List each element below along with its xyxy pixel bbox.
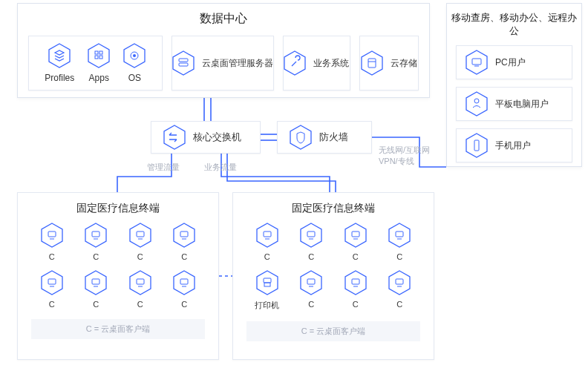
mobile-item-pc: PC用户 [456, 45, 572, 79]
client-icon [300, 223, 322, 248]
svg-marker-52 [301, 223, 321, 247]
terminal-cell-label: C [308, 300, 314, 309]
terminal-cell: C [379, 270, 421, 311]
client-icon [344, 270, 367, 295]
terminal-cell-label: C [181, 300, 187, 309]
terminal-cell: C [246, 223, 288, 261]
terminal-cell: C [379, 223, 421, 261]
wrench-icon [284, 50, 306, 76]
mobile-item-label: PC用户 [495, 56, 526, 69]
platform-item-label: OS [128, 73, 141, 83]
pc-icon [466, 50, 488, 75]
module-label: 云桌面管理服务器 [202, 57, 273, 70]
terminal-cell: 打印机 [246, 270, 288, 311]
tablet-icon [466, 91, 488, 116]
svg-marker-1 [88, 44, 109, 68]
terminal-cell: C [335, 270, 376, 311]
client-icon [173, 270, 195, 295]
platform-item-os: OS [123, 43, 146, 83]
terminal-cell-label: C [93, 300, 99, 309]
wan-note-line: VPN/专线 [379, 156, 430, 167]
client-icon [344, 223, 367, 248]
wan-note: 无线网/互联网 VPN/专线 [379, 145, 430, 167]
svg-marker-40 [85, 271, 106, 295]
terminal-cell-label: C [396, 300, 402, 309]
datacenter-module-platform: Profiles Apps OS [28, 36, 163, 91]
mobile-item-label: 平板电脑用户 [495, 98, 549, 111]
terminal-cell-label: C [396, 252, 402, 261]
terminal-cell: C [120, 223, 161, 261]
client-icon [41, 270, 63, 295]
terminal-cell: C [76, 223, 117, 261]
terminal-grid: CCCC打印机CCC [233, 223, 434, 311]
svg-marker-46 [174, 271, 195, 295]
client-icon [85, 270, 107, 295]
terminal-cell: C [76, 270, 117, 309]
terminal-cell-label: C [49, 300, 55, 309]
traffic-label-mgmt: 管理流量 [147, 162, 180, 173]
terminal-cell-label: C [137, 300, 143, 309]
server-icon [172, 50, 195, 76]
svg-marker-55 [345, 223, 366, 247]
phone-icon [466, 133, 488, 158]
terminal-title: 固定医疗信息终端 [18, 193, 218, 223]
firewall-node: 防火墙 [277, 121, 372, 154]
terminal-cell-label: C [353, 252, 359, 261]
svg-marker-0 [49, 44, 70, 68]
terminal-cell-label: C [137, 252, 143, 261]
svg-marker-64 [301, 271, 321, 295]
platform-item-apps: Apps [88, 43, 110, 83]
svg-marker-24 [290, 125, 311, 149]
terminal-cell-label: C [181, 252, 187, 261]
svg-marker-28 [85, 223, 106, 247]
printer-icon [256, 270, 278, 295]
terminal-cell-label: 打印机 [255, 300, 279, 311]
client-icon [129, 223, 151, 248]
platform-item-profiles: Profiles [45, 43, 74, 83]
core-switch-label: 核心交换机 [193, 131, 241, 144]
datacenter-module-mgmt-server: 云桌面管理服务器 [172, 36, 274, 91]
traffic-label-business: 业务流量 [204, 162, 237, 173]
datacenter-modules-row: Profiles Apps OS 云桌面管理服务器 业务系统 [18, 36, 429, 91]
platform-item-label: Profiles [45, 73, 74, 83]
client-icon [300, 270, 322, 295]
client-icon [41, 223, 63, 248]
wan-note-line: 无线网/互联网 [379, 145, 430, 156]
datacenter-module-business: 业务系统 [283, 36, 350, 91]
svg-marker-58 [389, 223, 410, 247]
terminal-cell-label: C [308, 252, 314, 261]
terminal-cell: C [291, 270, 333, 311]
datacenter-title: 数据中心 [18, 4, 429, 36]
terminal-cell: C [164, 223, 206, 261]
mobile-title: 移动查房、移动办公、远程办公 [447, 4, 581, 45]
terminal-cell: C [291, 223, 333, 261]
terminal-legend: C = 云桌面客户端 [246, 321, 420, 341]
layers-icon [48, 43, 71, 68]
terminal-cell-label: C [49, 252, 55, 261]
client-icon [388, 270, 411, 295]
terminal-cell-label: C [93, 252, 99, 261]
mobile-item-tablet: 平板电脑用户 [456, 87, 572, 121]
datacenter-panel: 数据中心 Profiles Apps OS 云桌面管理服务器 [17, 3, 430, 98]
svg-marker-49 [257, 223, 278, 247]
terminal-cell: C [164, 270, 206, 309]
terminal-cell: C [335, 223, 376, 261]
terminal-cell-label: C [264, 252, 270, 261]
terminal-panel-right: 固定医疗信息终端 CCCC打印机CCC C = 云桌面客户端 [232, 192, 434, 360]
client-icon [129, 270, 151, 295]
terminal-cell-label: C [353, 300, 359, 309]
terminal-cell: C [31, 270, 73, 309]
svg-marker-19 [466, 92, 487, 116]
mobile-item-phone: 手机用户 [456, 128, 572, 162]
svg-marker-34 [174, 223, 195, 247]
core-switch-node: 核心交换机 [151, 121, 261, 154]
apps-icon [88, 43, 110, 68]
client-icon [388, 223, 411, 248]
svg-marker-70 [389, 271, 410, 295]
svg-point-8 [133, 54, 136, 57]
datacenter-module-storage: 云存储 [359, 36, 419, 91]
mobile-item-label: 手机用户 [495, 139, 531, 152]
svg-marker-21 [466, 134, 487, 157]
module-label: 云存储 [391, 57, 417, 70]
svg-marker-67 [345, 271, 366, 295]
